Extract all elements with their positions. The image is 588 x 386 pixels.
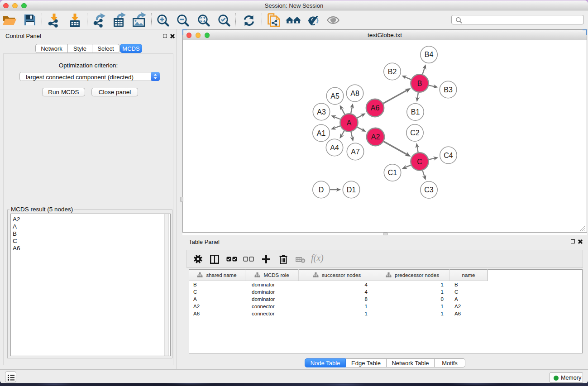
svg-text:C: C [417, 158, 422, 166]
svg-text:C3: C3 [424, 186, 434, 194]
svg-text:A7: A7 [351, 148, 360, 156]
svg-text:A3: A3 [317, 108, 326, 116]
svg-text:A: A [347, 119, 352, 127]
svg-text:B3: B3 [444, 86, 453, 94]
svg-text:C2: C2 [410, 129, 420, 137]
svg-text:D: D [319, 186, 324, 194]
svg-text:A2: A2 [371, 133, 380, 141]
svg-text:A8: A8 [350, 90, 359, 97]
svg-text:B: B [417, 80, 422, 87]
svg-text:C4: C4 [444, 152, 453, 159]
svg-text:A4: A4 [330, 144, 339, 152]
svg-text:A5: A5 [330, 92, 339, 100]
svg-text:B4: B4 [425, 51, 434, 58]
svg-text:C1: C1 [388, 169, 397, 176]
svg-text:B1: B1 [411, 108, 420, 116]
svg-text:A1: A1 [317, 129, 326, 137]
svg-text:D1: D1 [347, 186, 356, 194]
svg-text:A6: A6 [371, 104, 380, 112]
svg-text:B2: B2 [388, 68, 397, 76]
